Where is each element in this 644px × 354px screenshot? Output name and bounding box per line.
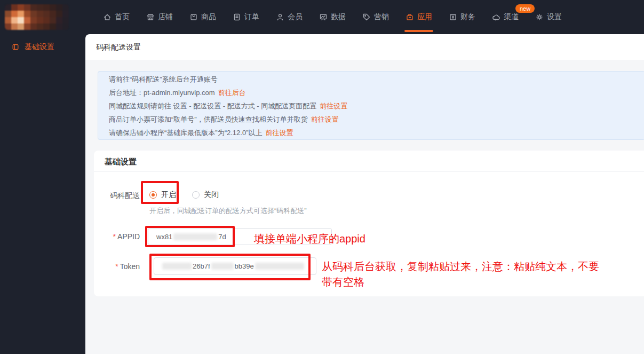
marketing-tag-icon — [362, 13, 371, 21]
token-input[interactable]: 26b7f bb39e — [154, 257, 316, 275]
gear-icon — [535, 13, 544, 21]
page-title: 码科配送设置 — [96, 34, 141, 60]
notice-link-go-settings-2[interactable]: 前往设置 — [311, 115, 339, 123]
nav-item-finance[interactable]: 财务 — [449, 12, 475, 22]
nav-label: 设置 — [547, 12, 562, 22]
basic-settings-card: 基础设置 码科配送 开启 关闭 开启后，同城配送订单的配送方式可选择“码科配送”… — [94, 151, 644, 296]
token-fragment: bb39e — [235, 262, 254, 270]
shop-icon — [146, 13, 155, 21]
notice-line: 后台地址：pt-admin.miyunvip.com前往后台 — [109, 86, 634, 99]
page-title-bar: 码科配送设置 — [85, 34, 644, 60]
nav-label: 财务 — [460, 12, 475, 22]
annotation-text-token: 从码科后台获取，复制粘贴过来，注意：粘贴纯文本，不要 带有空格 — [322, 259, 631, 290]
member-icon — [276, 13, 284, 21]
nav-item-channels[interactable]: 渠道 new — [492, 12, 519, 22]
notice-text: 请前往“码科配送”系统后台开通账号 — [109, 75, 218, 83]
required-asterisk: * — [113, 232, 116, 241]
token-label: *Token — [97, 262, 140, 271]
annotation-text-appid: 填接单端小程序的appid — [254, 231, 365, 247]
required-asterisk: * — [115, 262, 118, 271]
notice-box: 请前往“码科配送”系统后台开通账号 后台地址：pt-admin.miyunvip… — [98, 71, 644, 140]
nav-label: 数据 — [331, 12, 346, 22]
order-icon — [233, 13, 241, 21]
radio-on-label[interactable]: 开启 — [161, 190, 176, 200]
notice-text: 后台地址：pt-admin.miyunvip.com — [109, 89, 215, 97]
notice-text: 同城配送规则请前往 设置 - 配送设置 - 配送方式 - 同城配送页面配置 — [109, 102, 316, 110]
notice-line: 商品订单小票可添加“取单号”，供配送员快速查找相关订单并取货前往设置 — [109, 113, 634, 126]
nav-item-members[interactable]: 会员 — [276, 12, 303, 22]
radio-on-icon[interactable] — [149, 191, 157, 199]
delivery-switch-label: 码科配送 — [97, 191, 140, 201]
top-nav-menu: 首页 店铺 商品 订单 会员 数据 — [103, 0, 562, 34]
notice-text: 商品订单小票可添加“取单号”，供配送员快速查找相关订单并取货 — [109, 115, 308, 123]
section-title: 基础设置 — [94, 151, 644, 172]
appid-value-prefix: wx81 — [156, 233, 172, 241]
app-window: 首页 店铺 商品 订单 会员 数据 — [0, 0, 644, 354]
redacted-text — [255, 263, 304, 270]
appid-label: *APPID — [97, 232, 140, 241]
data-chart-icon — [319, 13, 328, 21]
channel-icon — [492, 13, 500, 21]
appid-value-suffix: 7d — [218, 233, 226, 241]
nav-label: 订单 — [244, 12, 259, 22]
nav-label: 首页 — [115, 12, 130, 22]
radio-off-label[interactable]: 关闭 — [204, 190, 219, 200]
radio-option-off[interactable]: 关闭 — [192, 190, 219, 200]
delivery-switch-radio-group: 开启 关闭 — [149, 190, 219, 200]
redacted-text — [173, 233, 217, 240]
appid-label-text: APPID — [117, 232, 140, 241]
notice-line: 同城配送规则请前往 设置 - 配送设置 - 配送方式 - 同城配送页面配置前往设… — [109, 99, 634, 113]
nav-item-marketing[interactable]: 营销 — [362, 12, 389, 22]
nav-label: 渠道 — [504, 12, 519, 22]
nav-item-shop[interactable]: 店铺 — [146, 12, 173, 22]
nav-label: 应用 — [417, 12, 432, 22]
notice-line: 请确保店铺小程序“基础库最低版本”为“2.12.0”以上前往设置 — [109, 126, 634, 139]
home-icon — [103, 13, 112, 21]
new-badge: new — [515, 4, 535, 13]
token-label-text: Token — [120, 262, 140, 271]
nav-item-settings[interactable]: 设置 — [535, 12, 562, 22]
brand-logo — [5, 4, 69, 30]
notice-link-go-backend[interactable]: 前往后台 — [218, 89, 246, 97]
radio-off-icon[interactable] — [192, 191, 200, 199]
nav-label: 商品 — [201, 12, 216, 22]
notice-line: 请前往“码科配送”系统后台开通账号 — [109, 73, 634, 86]
main-content: 码科配送设置 请前往“码科配送”系统后台开通账号 后台地址：pt-admin.m… — [85, 34, 644, 354]
notice-link-go-settings-3[interactable]: 前往设置 — [265, 129, 293, 137]
nav-label: 会员 — [288, 12, 303, 22]
goods-icon — [189, 13, 198, 21]
nav-item-home[interactable]: 首页 — [103, 12, 130, 22]
notice-text: 请确保店铺小程序“基础库最低版本”为“2.12.0”以上 — [109, 129, 262, 137]
token-fragment: 26b7f — [193, 262, 210, 270]
redacted-text — [211, 263, 234, 270]
nav-item-orders[interactable]: 订单 — [233, 12, 259, 22]
notice-link-go-settings-1[interactable]: 前往设置 — [320, 102, 347, 110]
redacted-text — [162, 263, 192, 270]
sidebar-item-label: 基础设置 — [25, 42, 54, 52]
radio-option-on[interactable]: 开启 — [149, 190, 176, 200]
sidebar-item-basic-settings[interactable]: 基础设置 — [0, 41, 85, 53]
finance-yen-icon — [449, 13, 457, 21]
nav-label: 营销 — [374, 12, 389, 22]
panel-icon — [12, 43, 19, 51]
nav-item-goods[interactable]: 商品 — [189, 12, 216, 22]
nav-item-apps[interactable]: 应用 — [406, 12, 432, 22]
nav-label: 店铺 — [158, 12, 173, 22]
delivery-switch-help: 开启后，同城配送订单的配送方式可选择“码科配送” — [149, 206, 307, 216]
app-box-icon — [406, 13, 414, 21]
nav-item-data[interactable]: 数据 — [319, 12, 346, 22]
top-navbar: 首页 店铺 商品 订单 会员 数据 — [0, 0, 644, 34]
sidebar: 基础设置 — [0, 34, 85, 354]
